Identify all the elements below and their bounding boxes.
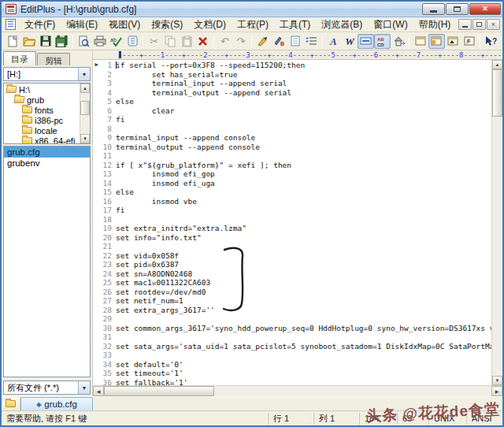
- menu-item[interactable]: 文档(D): [188, 17, 232, 33]
- tree-item[interactable]: i386-pc: [4, 115, 80, 125]
- line-number: 19: [100, 224, 116, 233]
- undo-button[interactable]: ↶: [217, 34, 233, 49]
- file-list-item[interactable]: grub.cfg: [4, 147, 90, 158]
- file-filter-select[interactable]: 所有文件 (*.*) ▼: [3, 381, 91, 395]
- editor-vertical-scrollbar[interactable]: ▲ ▼: [491, 60, 502, 385]
- find-button[interactable]: [254, 34, 271, 49]
- menu-item[interactable]: 工程(P): [232, 17, 274, 33]
- child-close-button[interactable]: ×: [487, 19, 500, 30]
- print-preview-button[interactable]: [76, 34, 92, 49]
- menu-item[interactable]: 工具(T): [274, 17, 316, 33]
- menu-item[interactable]: 视图(V): [103, 17, 146, 33]
- code-line: 33: [93, 351, 491, 360]
- scroll-up-icon[interactable]: ▲: [80, 84, 90, 93]
- word-wrap-icon: W: [345, 36, 354, 46]
- spell-check-button[interactable]: ab: [108, 34, 124, 49]
- restore-button[interactable]: [446, 3, 469, 15]
- current-line-marker: [93, 324, 100, 333]
- copy-button[interactable]: [162, 34, 179, 49]
- current-line-marker: [93, 378, 100, 386]
- menu-item[interactable]: 帮助(H): [413, 17, 457, 33]
- window-directory-button[interactable]: [428, 34, 445, 49]
- window-fullscreen-button[interactable]: F: [461, 34, 477, 49]
- directory-tree[interactable]: H:\ grub fonts: [4, 84, 80, 143]
- scroll-up-icon[interactable]: ▲: [492, 60, 502, 69]
- font-button[interactable]: A: [325, 34, 342, 49]
- file-list-item[interactable]: grubenv: [4, 158, 90, 169]
- tree-item[interactable]: x86_64-efi: [4, 136, 80, 143]
- paste-button[interactable]: [179, 34, 195, 49]
- context-help-button[interactable]: ?: [483, 34, 499, 49]
- menu-item[interactable]: 浏览器(B): [316, 17, 368, 33]
- scroll-down-icon[interactable]: ▼: [80, 134, 90, 143]
- open-file-button[interactable]: [21, 34, 38, 49]
- window-fullscreen-icon: F: [464, 36, 475, 46]
- save-button[interactable]: [37, 34, 54, 49]
- code-line: 12 if [ x"${grub_platform}" = xefi ]; th…: [93, 161, 491, 170]
- cut-button[interactable]: ✂: [146, 34, 162, 49]
- open-folder-icon: [23, 35, 35, 46]
- toggle-ruler-icon: [360, 36, 372, 46]
- line-number: 29: [100, 314, 116, 324]
- minimize-button[interactable]: [422, 3, 445, 15]
- code-line: 24 set sn=A8ODN02468: [93, 269, 491, 279]
- scroll-down-icon[interactable]: ▼: [492, 376, 502, 385]
- line-text: set timeout='1': [116, 369, 491, 378]
- replace-button[interactable]: B: [271, 34, 287, 49]
- drive-select[interactable]: [H:] ▼: [3, 67, 91, 81]
- new-file-button[interactable]: [5, 34, 21, 49]
- code-line: 29: [93, 314, 491, 324]
- chevron-down-icon[interactable]: ▼: [78, 68, 90, 80]
- document-tab-grubcfg[interactable]: ◆ grub.cfg: [20, 397, 93, 410]
- code-line: 2 set has_serial=true: [93, 70, 491, 80]
- scroll-left-icon[interactable]: ◀: [93, 386, 104, 396]
- copy-html-button[interactable]: [287, 34, 304, 49]
- title-bar[interactable]: EditPlus - [H:\grub\grub.cfg] ✕: [2, 2, 502, 17]
- editor-vscroll-thumb[interactable]: [492, 69, 502, 117]
- child-restore-button[interactable]: [472, 19, 486, 30]
- window-output-button[interactable]: [445, 34, 461, 49]
- cliptext-button[interactable]: [124, 34, 141, 49]
- svg-text:AB: AB: [377, 37, 384, 42]
- close-button[interactable]: ✕: [469, 3, 501, 15]
- menu-item[interactable]: 文件(F): [19, 17, 61, 33]
- window-normal-button[interactable]: [412, 34, 428, 49]
- editor-hscroll-thumb[interactable]: [104, 386, 214, 396]
- auto-completion-button[interactable]: ABCD: [374, 34, 391, 49]
- status-column: 列 1: [313, 413, 359, 425]
- menu-item[interactable]: 窗口(W): [368, 17, 413, 33]
- tab-cliptext[interactable]: 剪辑: [37, 53, 70, 65]
- redo-button[interactable]: ↷: [233, 34, 250, 49]
- code-line: 27 set netif_num=1: [93, 296, 491, 306]
- tab-directory[interactable]: 目录: [3, 51, 36, 65]
- line-number: 26: [100, 288, 116, 297]
- delete-button[interactable]: [195, 34, 211, 49]
- editor-horizontal-scrollbar[interactable]: ◀ ▶: [93, 385, 502, 396]
- code-area[interactable]: ▶ 1 if serial --port=0x3F8 --speed=11520…: [93, 60, 491, 385]
- tree-item[interactable]: H:\: [4, 84, 80, 95]
- line-number: 33: [100, 351, 116, 360]
- current-line-marker: [93, 233, 100, 243]
- line-number: 18: [100, 215, 116, 225]
- home-button[interactable]: [391, 34, 407, 49]
- scroll-right-icon[interactable]: ▶: [491, 386, 502, 396]
- menu-item[interactable]: 搜索(S): [146, 17, 188, 33]
- tree-item[interactable]: locale: [4, 125, 80, 136]
- outline-button[interactable]: [303, 34, 320, 49]
- chevron-down-icon[interactable]: ▼: [78, 381, 90, 394]
- current-line-marker: [93, 151, 100, 161]
- toggle-ruler-button[interactable]: [358, 34, 374, 49]
- tree-item[interactable]: grub: [4, 95, 80, 105]
- tree-scrollbar[interactable]: ▲ ▼: [80, 84, 90, 143]
- word-wrap-button[interactable]: W: [342, 34, 358, 49]
- file-list[interactable]: grub.cfg grubenv: [3, 146, 91, 377]
- save-all-button[interactable]: [54, 34, 70, 49]
- tree-item[interactable]: fonts: [4, 105, 80, 115]
- child-minimize-button[interactable]: [458, 19, 472, 30]
- code-line: 19 set extra_initrd="extra.lzma": [93, 224, 491, 233]
- tree-scroll-thumb[interactable]: [80, 101, 90, 115]
- directory-toggle-button[interactable]: [2, 397, 20, 410]
- menu-item[interactable]: 编辑(E): [61, 17, 103, 33]
- print-button[interactable]: [91, 34, 108, 49]
- current-line-marker: [93, 278, 100, 288]
